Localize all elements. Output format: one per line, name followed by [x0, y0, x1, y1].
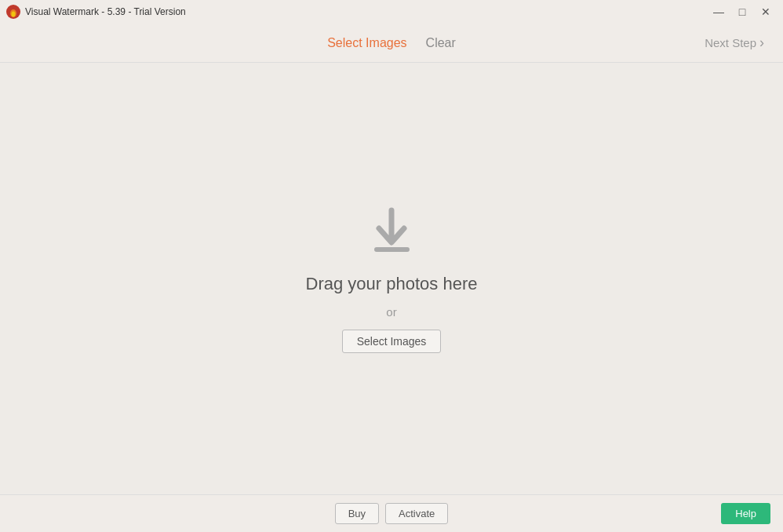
help-button[interactable]: Help	[721, 503, 770, 524]
next-step-chevron-icon: ›	[759, 35, 764, 51]
minimize-button[interactable]: —	[708, 3, 730, 20]
svg-point-2	[12, 12, 16, 17]
drop-icon-container	[364, 205, 419, 260]
window-title: Visual Watermark - 5.39 - Trial Version	[25, 6, 186, 17]
bottom-bar: Buy Activate Help	[0, 494, 783, 532]
buy-button[interactable]: Buy	[335, 503, 379, 524]
maximize-icon: □	[739, 5, 745, 18]
close-button[interactable]: ✕	[755, 3, 777, 20]
next-step-label: Next Step	[705, 36, 756, 49]
minimize-icon: —	[713, 5, 724, 18]
drop-arrow-icon	[366, 206, 417, 257]
drag-photos-text: Drag your photos here	[306, 274, 478, 294]
app-icon	[6, 5, 20, 19]
toolbar-center: Select Images Clear	[321, 33, 462, 53]
bottom-center-buttons: Buy Activate	[335, 503, 449, 524]
window-controls: — □ ✕	[708, 3, 777, 20]
svg-rect-3	[374, 247, 410, 252]
main-content: Drag your photos here or Select Images	[0, 63, 783, 494]
next-step-button[interactable]: Next Step ›	[698, 31, 770, 54]
toolbar: Select Images Clear Next Step ›	[0, 24, 783, 63]
toolbar-clear-button[interactable]: Clear	[420, 33, 462, 53]
toolbar-select-images-button[interactable]: Select Images	[321, 33, 413, 53]
title-bar: Visual Watermark - 5.39 - Trial Version …	[0, 0, 783, 24]
select-images-button[interactable]: Select Images	[342, 330, 442, 353]
or-text: or	[386, 305, 396, 319]
maximize-button[interactable]: □	[731, 3, 753, 20]
close-icon: ✕	[761, 5, 770, 18]
activate-button[interactable]: Activate	[385, 503, 448, 524]
title-bar-left: Visual Watermark - 5.39 - Trial Version	[6, 5, 186, 19]
